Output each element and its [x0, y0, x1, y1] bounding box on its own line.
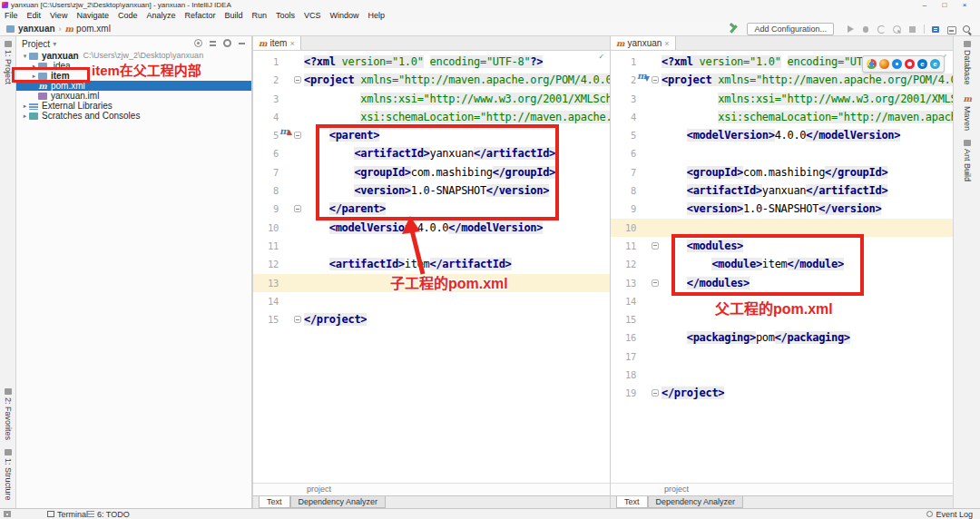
fold-marker-icon[interactable]	[292, 126, 304, 144]
menu-view[interactable]: View	[45, 10, 72, 22]
stripe-item-database[interactable]: Database	[963, 41, 972, 85]
code-token	[662, 93, 718, 105]
code-text: <artifactId>item</artifactId>	[304, 255, 512, 273]
tree-item-yanxuan[interactable]: ▾yanxuanC:\Users\zjw_2\Desktop\yanxuan	[16, 51, 251, 61]
bottom-tab-text[interactable]: Text	[259, 496, 290, 508]
stripe-item-ant-build[interactable]: Ant Build	[963, 140, 972, 181]
tree-item-pom-xml[interactable]: mpom.xml	[16, 81, 251, 91]
close-button[interactable]: ×	[955, 0, 975, 10]
menu-tools[interactable]: Tools	[271, 10, 299, 22]
ie-browser-icon[interactable]: e	[930, 59, 940, 69]
code-token	[304, 147, 354, 160]
menu-help[interactable]: Help	[364, 10, 390, 22]
breadcrumb-pom-xml[interactable]: pom.xml	[76, 24, 111, 34]
code-area[interactable]: 1<?xml version="1.0" encoding="UTF-8"?>2…	[253, 51, 610, 483]
stripe-item-maven[interactable]: mMaven	[963, 94, 972, 131]
chrome-browser-icon[interactable]	[867, 59, 877, 69]
gutter: 1	[253, 53, 304, 71]
stripe-item-2-favorites[interactable]: 2: Favorites	[4, 388, 13, 440]
fold-marker-icon[interactable]	[292, 71, 304, 89]
profiler-button[interactable]	[892, 24, 902, 34]
code-line: 12 <module>item</module>	[611, 255, 953, 273]
code-text: xmlns:xsi="http://www.w3.org/2001/XMLSch…	[662, 90, 953, 108]
project-panel-title[interactable]: Project	[22, 39, 50, 49]
menu-edit[interactable]: Edit	[23, 10, 46, 22]
menu-code[interactable]: Code	[113, 10, 142, 22]
bottom-tab-text[interactable]: Text	[616, 496, 648, 508]
tree-item--idea[interactable]: ▸.idea	[16, 61, 251, 71]
code-token: <groupId>	[687, 166, 743, 179]
add-configuration-button[interactable]: Add Configuration...	[747, 23, 834, 35]
locate-file-icon[interactable]	[194, 39, 202, 47]
expand-arrow-icon[interactable]: ▸	[21, 101, 29, 111]
close-icon[interactable]: ×	[289, 39, 294, 48]
editor-tab-yanxuan[interactable]: myanxuan×	[611, 36, 676, 50]
safari-browser-icon[interactable]	[892, 59, 902, 69]
maximize-button[interactable]: □	[935, 0, 955, 10]
tree-item-label: Scratches and Consoles	[42, 111, 140, 121]
menu-navigate[interactable]: Navigate	[72, 10, 113, 22]
edge-browser-icon[interactable]: e	[917, 59, 927, 69]
editor-right-pane: myanxuan×1<?xml version="1.0" encoding="…	[610, 36, 953, 508]
code-area[interactable]: 1<?xml version="1.0" encoding="UTF-8"?>2…	[611, 51, 953, 483]
breadcrumb-project-tag[interactable]: project	[307, 485, 331, 494]
gutter: 6	[253, 144, 304, 162]
stripe-item-1-project[interactable]: 1: Project	[4, 41, 13, 84]
collapse-all-icon[interactable]	[209, 39, 217, 47]
fold-marker-icon[interactable]	[292, 310, 304, 328]
tree-item-yanxuan-iml[interactable]: yanxuan.iml	[16, 91, 251, 101]
expand-arrow-icon[interactable]: ▸	[30, 61, 38, 71]
left-tool-stripe: 1: Project 2: Favorites1: Structure	[0, 36, 16, 508]
gear-icon[interactable]	[223, 39, 231, 47]
menu-run[interactable]: Run	[248, 10, 272, 22]
bottom-tab-dependency-analyzer[interactable]: Dependency Analyzer	[648, 496, 744, 508]
menu-file[interactable]: File	[0, 10, 23, 22]
statusbar-6-todo[interactable]: 6: TODO	[87, 509, 130, 519]
line-number: 15	[616, 310, 636, 328]
breadcrumb-project-tag[interactable]: project	[664, 485, 689, 494]
search-everywhere-button[interactable]	[962, 24, 972, 34]
fold-marker-icon[interactable]	[292, 200, 304, 218]
restore-windows-button[interactable]	[946, 24, 956, 34]
opera-browser-icon[interactable]	[905, 59, 915, 69]
maven-down-icon[interactable]: m	[636, 71, 650, 89]
fold-marker-icon[interactable]	[650, 384, 662, 402]
bottom-tab-dependency-analyzer[interactable]: Dependency Analyzer	[290, 496, 387, 508]
minimize-button[interactable]: –	[915, 0, 935, 10]
expand-arrow-icon[interactable]: ▾	[21, 51, 29, 61]
expand-arrow-icon[interactable]: ▸	[21, 111, 29, 121]
fold-marker-icon[interactable]	[650, 237, 662, 255]
tree-item-external-libraries[interactable]: ▸External Libraries	[16, 101, 251, 111]
expand-arrow-icon[interactable]: ▸	[30, 71, 38, 81]
statusbar-event-log[interactable]: Event Log	[926, 509, 973, 519]
run-button[interactable]	[846, 24, 856, 34]
statusbar-label: Terminal	[57, 510, 88, 519]
stop-button[interactable]	[907, 24, 917, 34]
fold-marker-icon[interactable]	[650, 71, 662, 89]
tree-item-scratches-and-consoles[interactable]: ▸Scratches and Consoles	[16, 111, 251, 121]
chevron-down-icon[interactable]: ▾	[53, 40, 56, 48]
maven-up-icon[interactable]: m	[279, 126, 292, 144]
eventlog-icon	[926, 511, 933, 517]
coverage-button[interactable]	[877, 24, 887, 34]
close-icon[interactable]: ×	[664, 39, 669, 48]
editor-tab-item[interactable]: mitem×	[253, 36, 301, 50]
breadcrumb-project[interactable]: yanxuan	[18, 24, 55, 34]
menu-build[interactable]: Build	[220, 10, 247, 22]
menu-analyze[interactable]: Analyze	[142, 10, 180, 22]
tree-item-item[interactable]: ▸item	[16, 71, 251, 81]
hide-panel-icon[interactable]	[238, 39, 246, 47]
code-token: xsi:schemaLocation	[360, 111, 474, 123]
menu-window[interactable]: Window	[326, 10, 364, 22]
menu-vcs[interactable]: VCS	[299, 10, 326, 22]
menu-refactor[interactable]: Refactor	[180, 10, 220, 22]
firefox-browser-icon[interactable]	[879, 59, 889, 69]
stripe-item-1-structure[interactable]: 1: Structure	[4, 449, 13, 501]
debug-button[interactable]	[861, 24, 871, 34]
build-hammer-icon[interactable]	[729, 24, 738, 34]
statusbar-toolgrid[interactable]	[4, 509, 11, 519]
project-structure-button[interactable]	[931, 24, 941, 34]
code-token: </groupId>	[825, 166, 887, 179]
fold-marker-icon[interactable]	[650, 274, 662, 292]
statusbar-terminal[interactable]: Terminal	[47, 509, 88, 519]
